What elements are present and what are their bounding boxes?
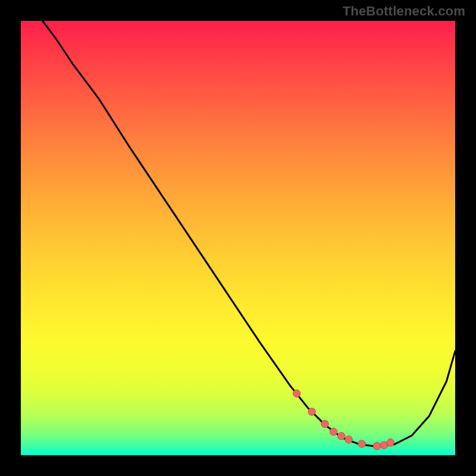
chart-stage: TheBottleneck.com [0,0,476,476]
marker-point [321,420,328,427]
marker-point [338,433,345,440]
plot-area [21,21,455,455]
watermark-text: TheBottleneck.com [343,4,465,19]
marker-point [387,439,394,446]
marker-point [358,440,365,447]
marker-point [293,390,300,397]
marker-group [293,390,394,450]
bottleneck-curve [43,21,456,446]
marker-point [345,436,352,443]
marker-point [330,428,337,435]
marker-point [373,443,380,450]
curve-overlay [21,21,455,455]
marker-point [308,408,315,415]
